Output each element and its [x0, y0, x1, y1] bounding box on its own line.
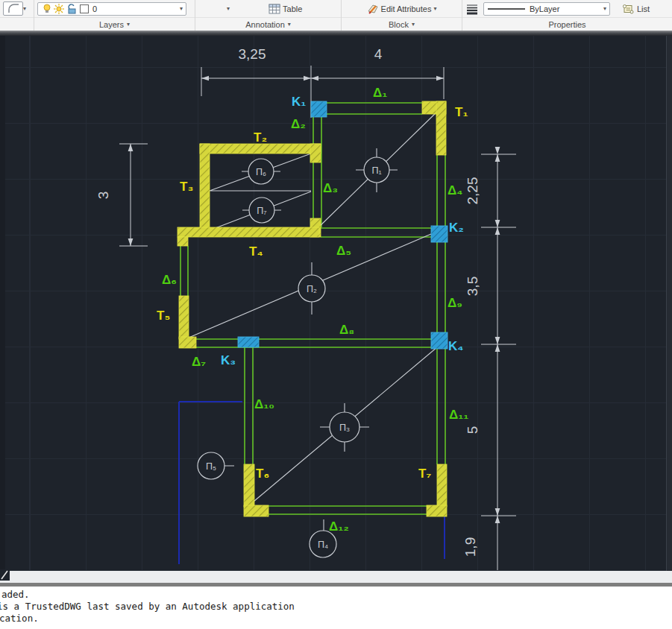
block-panel-label[interactable]: Block▾ — [342, 17, 462, 31]
autocad-window: ▾ — [0, 0, 672, 629]
dim-width-left: 3,25 — [239, 46, 266, 62]
fillet-icon — [7, 3, 20, 14]
column-label-k3: K₃ — [221, 353, 236, 367]
beam-label-d2: Δ₂ — [291, 117, 306, 131]
layer-select[interactable]: 0 ▾ — [37, 2, 186, 16]
layer-dropdown-arrow[interactable]: ▾ — [180, 6, 183, 12]
column-label-k4: K₄ — [448, 339, 463, 353]
wall-label-t5: T₅ — [157, 309, 170, 323]
linetype-value: ByLayer — [530, 4, 559, 13]
edit-attributes-arrow[interactable]: ▾ — [433, 6, 436, 12]
properties-panel-label[interactable]: Properties — [462, 17, 672, 31]
annotation-split-arrow[interactable]: ▾ — [227, 6, 230, 12]
edit-attributes-button[interactable]: Edit Attributes ▾ — [367, 3, 437, 14]
beam-label-d6: Δ₆ — [162, 273, 177, 287]
status-slash-patch — [0, 569, 10, 581]
beam-label-d3: Δ₃ — [323, 181, 338, 195]
drawing-viewport[interactable]: 3,25 4 3 2,25 3,5 5 1,9 Δ₁ Δ₂ Δ₃ Δ₄ Δ₅ Δ… — [0, 36, 672, 571]
fillet-dropdown-arrow[interactable]: ▾ — [23, 6, 26, 12]
slash-icon — [0, 569, 10, 581]
wall-label-t7: T₇ — [418, 467, 431, 481]
list-scroll-icon — [622, 4, 635, 14]
linetype-dropdown-arrow[interactable]: ▾ — [603, 6, 606, 12]
ribbon-panel-annotation: ▾ Table Annotation▾ — [195, 0, 342, 31]
dim-right-2: 3,5 — [465, 276, 480, 296]
columns — [238, 101, 448, 349]
wall-label-t1: T₁ — [455, 105, 468, 119]
layer-color-swatch[interactable] — [79, 4, 90, 14]
layers-panel-label[interactable]: Layers▾ — [34, 17, 195, 31]
slab-label-p2: Π₂ — [307, 284, 317, 294]
column-label-k2: K₂ — [449, 221, 464, 235]
dim-right-4: 1,9 — [462, 537, 478, 557]
layer-freeze-sun-icon[interactable] — [53, 3, 66, 15]
current-layer-name: 0 — [92, 4, 97, 13]
beam-lines — [180, 103, 447, 514]
list-button[interactable]: List — [622, 4, 650, 14]
dim-height-left: 3 — [95, 192, 111, 200]
ribbon-panel-modify: ▾ — [0, 0, 34, 31]
slab-label-p3: Π₃ — [339, 423, 350, 433]
beam-label-d7: Δ₇ — [192, 355, 206, 369]
slab-label-p4: Π₄ — [318, 540, 328, 550]
beam-label-d9: Δ₉ — [448, 296, 462, 310]
ribbon-panel-properties: ByLayer ▾ List Properties — [462, 0, 672, 31]
wall-label-t6: T₆ — [256, 467, 269, 481]
edit-attributes-label: Edit Attributes — [381, 4, 432, 13]
linetype-select[interactable]: ByLayer ▾ — [483, 2, 610, 16]
layer-on-icon[interactable] — [41, 3, 53, 15]
command-line-1: aded. — [1, 589, 672, 601]
command-line-history[interactable]: aded. is a TrustedDWG last saved by an A… — [0, 587, 672, 629]
layer-unlock-icon[interactable] — [66, 3, 79, 15]
bylayer-line-sample — [487, 7, 526, 11]
edit-attributes-icon — [367, 3, 379, 14]
wall-label-t2: T₂ — [254, 130, 267, 145]
list-button-label: List — [637, 4, 650, 13]
beam-label-d10: Δ₁₀ — [254, 397, 274, 411]
beam-label-d4: Δ₄ — [448, 183, 462, 197]
beam-label-d5: Δ₅ — [336, 244, 351, 258]
beam-label-d12: Δ₁₂ — [329, 519, 349, 534]
table-button-label: Table — [283, 4, 302, 13]
slab-label-p6: Π₆ — [256, 167, 266, 177]
beam-label-d11: Δ₁₁ — [449, 408, 468, 422]
column-label-k1: K₁ — [292, 95, 306, 109]
lineweight-icon[interactable] — [465, 3, 479, 15]
table-button[interactable]: Table — [269, 4, 302, 14]
wall-label-t4: T₄ — [249, 244, 263, 259]
table-icon — [269, 4, 280, 14]
dim-right-3: 5 — [465, 426, 480, 434]
slab-label-p7: Π₇ — [257, 206, 266, 216]
command-line-3: cation. — [0, 613, 672, 625]
plan-drawing: 3,25 4 3 2,25 3,5 5 1,9 Δ₁ Δ₂ Δ₃ Δ₄ Δ₅ Δ… — [0, 36, 672, 571]
ribbon: ▾ — [0, 0, 672, 31]
beam-label-d8: Δ₈ — [339, 323, 354, 337]
ribbon-bottom-bar — [0, 31, 672, 36]
wall-label-t3: T₃ — [180, 180, 193, 194]
beam-label-d1: Δ₁ — [373, 86, 387, 100]
fillet-button[interactable] — [3, 1, 23, 16]
slab-label-p1: Π₁ — [371, 165, 381, 176]
dim-right-1: 2,25 — [465, 177, 480, 205]
command-line-2: is a TrustedDWG last saved by an Autodes… — [0, 601, 672, 613]
annotation-panel-label[interactable]: Annotation▾ — [195, 17, 341, 31]
slab-label-p5: Π₅ — [206, 461, 216, 472]
ribbon-panel-layers: 0 ▾ Layers▾ — [34, 0, 195, 31]
ribbon-panel-block: Edit Attributes ▾ Block▾ — [342, 0, 462, 31]
dim-width-right: 4 — [374, 46, 383, 62]
layout-strip[interactable] — [0, 571, 672, 583]
